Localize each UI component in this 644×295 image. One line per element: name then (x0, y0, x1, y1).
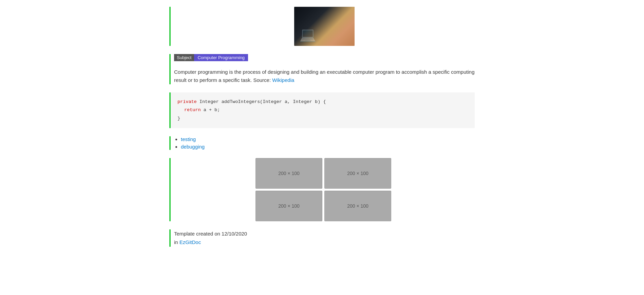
list-item: testing (181, 136, 475, 142)
subject-badge-container: Subject Computer Programming (174, 54, 475, 61)
placeholder-image-4: 200 × 100 (324, 191, 391, 221)
code-line-2: return a + b; (177, 106, 468, 114)
footer-line-2: in EzGitDoc (174, 238, 475, 247)
description-text: Computer programming is the process of d… (174, 69, 474, 83)
description-paragraph: Computer programming is the process of d… (174, 68, 475, 84)
code-line-1: private Integer addTwoIntegers(Integer a… (177, 98, 468, 106)
image-grid-section: 200 × 100 200 × 100 200 × 100 200 × 100 (169, 158, 475, 221)
list-section: testing debugging (169, 136, 475, 150)
list-link-debugging[interactable]: debugging (181, 144, 205, 150)
placeholder-image-1: 200 × 100 (255, 158, 322, 189)
page-wrapper: Subject Computer Programming Computer pr… (0, 0, 644, 295)
badge-subject-value: Computer Programming (194, 54, 248, 61)
code-line-3: } (177, 115, 468, 123)
image-grid: 200 × 100 200 × 100 200 × 100 200 × 100 (255, 158, 391, 221)
hero-section (169, 7, 475, 46)
code-line2-rest: a + b; (201, 107, 220, 112)
placeholder-image-2: 200 × 100 (324, 158, 391, 189)
bullet-list: testing debugging (177, 136, 475, 150)
code-keyword-private: private (177, 99, 197, 104)
badge-subject-label: Subject (174, 54, 194, 61)
content-area: Subject Computer Programming Computer pr… (169, 0, 475, 295)
list-link-testing[interactable]: testing (181, 136, 196, 142)
footer-in-text: in (174, 239, 178, 245)
list-item: debugging (181, 144, 475, 150)
wikipedia-link[interactable]: Wikipedia (272, 77, 294, 83)
placeholder-image-3: 200 × 100 (255, 191, 322, 221)
subject-description-section: Subject Computer Programming Computer pr… (169, 54, 475, 84)
footer-section: Template created on 12/10/2020 in EzGitD… (169, 229, 475, 247)
code-block: private Integer addTwoIntegers(Integer a… (169, 92, 475, 128)
code-line1-rest: Integer addTwoIntegers(Integer a, Intege… (197, 99, 326, 104)
hero-image (294, 7, 355, 46)
footer-line-1: Template created on 12/10/2020 (174, 229, 475, 238)
code-keyword-return: return (184, 107, 201, 112)
ezgitdoc-link[interactable]: EzGitDoc (179, 239, 201, 245)
